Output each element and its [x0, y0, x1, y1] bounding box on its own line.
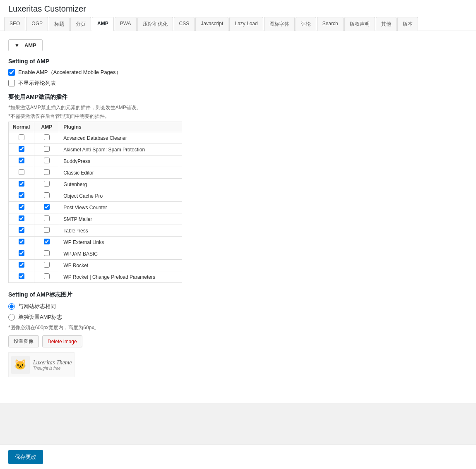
tab-ogp[interactable]: OGP [26, 17, 48, 31]
plugin-amp-checkbox[interactable] [44, 227, 50, 233]
plugin-amp-cell [34, 202, 59, 213]
tab-iconfont[interactable]: 图标字体 [264, 17, 295, 31]
plugins-title: 要使用AMP激活的插件 [8, 93, 468, 101]
tab-javascript[interactable]: Javascript [195, 17, 228, 31]
plugin-name-cell: SMTP Mailer [59, 213, 182, 225]
plugin-normal-checkbox[interactable] [19, 273, 24, 279]
plugin-normal-cell [9, 156, 34, 167]
tab-other[interactable]: 其他 [376, 17, 397, 31]
plugin-amp-cell [34, 156, 59, 167]
plugin-name-cell: Classic Editor [59, 167, 182, 179]
enable-amp-checkbox[interactable] [8, 69, 15, 76]
plugins-table: Normal AMP Plugins Advanced Database Cle… [8, 122, 182, 283]
plugin-normal-cell [9, 144, 34, 156]
section-header-box[interactable]: ▼ AMP [8, 39, 43, 51]
plugin-normal-checkbox[interactable] [19, 134, 24, 140]
plugin-normal-checkbox[interactable] [19, 181, 24, 187]
table-row: Classic Editor [9, 167, 182, 179]
plugin-normal-checkbox[interactable] [19, 215, 24, 221]
tab-amp[interactable]: AMP [92, 17, 114, 31]
plugin-normal-checkbox[interactable] [19, 192, 24, 198]
plugin-name-cell: TablePress [59, 225, 182, 237]
plugin-amp-checkbox[interactable] [44, 262, 50, 268]
col-header-amp: AMP [34, 122, 59, 132]
table-row: BuddyPress [9, 156, 182, 167]
logo-option2-label: 单独设置AMP标志 [18, 313, 62, 321]
plugin-amp-checkbox[interactable] [44, 134, 50, 140]
plugins-note1: *如果激活AMP禁止插入的元素的插件，则会发生AMP错误。 [8, 104, 468, 111]
plugin-normal-cell [9, 132, 34, 144]
plugin-amp-checkbox[interactable] [44, 169, 50, 175]
col-header-normal: Normal [9, 122, 34, 132]
plugin-amp-checkbox[interactable] [44, 158, 50, 163]
tab-compression[interactable]: 压缩和优化 [137, 17, 173, 31]
tab-copyright[interactable]: 版权声明 [344, 17, 375, 31]
logo-preview-inner: 🐱 Luxeritas Theme Thought is free [11, 356, 72, 374]
table-row: Gutenberg [9, 179, 182, 190]
plugin-amp-checkbox[interactable] [44, 250, 50, 256]
collapse-arrow: ▼ [14, 43, 19, 48]
plugin-normal-checkbox[interactable] [19, 262, 24, 268]
plugin-normal-cell [9, 237, 34, 248]
section-label: AMP [24, 42, 36, 48]
plugin-name-cell: Advanced Database Cleaner [59, 132, 182, 144]
plugin-amp-checkbox[interactable] [44, 146, 50, 152]
delete-image-button[interactable]: Delete image [42, 335, 82, 347]
tab-pwa[interactable]: PWA [115, 17, 137, 31]
plugin-name-cell: WP Rocket | Change Preload Parameters [59, 271, 182, 283]
plugin-normal-checkbox[interactable] [19, 158, 24, 163]
logo-text-block: Luxeritas Theme Thought is free [33, 359, 72, 371]
main-content: ▼ AMP Setting of AMP Enable AMP（Accelera… [0, 31, 476, 403]
plugin-amp-checkbox[interactable] [44, 204, 50, 210]
logo-section: Setting of AMP标志图片 与网站标志相同 单独设置AMP标志 *图像… [8, 291, 468, 377]
plugin-normal-checkbox[interactable] [19, 250, 24, 256]
tab-version[interactable]: 版本 [397, 17, 418, 31]
logo-option1-row: 与网站标志相同 [8, 303, 468, 310]
tab-search[interactable]: Search [317, 17, 344, 31]
table-row: WPJAM BASIC [9, 248, 182, 260]
plugin-amp-cell [34, 248, 59, 260]
table-row: Advanced Database Cleaner [9, 132, 182, 144]
hide-comments-checkbox[interactable] [8, 80, 15, 86]
tab-title[interactable]: 标题 [49, 17, 70, 31]
plugin-amp-checkbox[interactable] [44, 181, 50, 187]
tabs-bar: SEO OGP 标题 分页 AMP PWA 压缩和优化 CSS Javascri… [0, 17, 476, 31]
amp-settings-title: Setting of AMP [8, 58, 468, 65]
plugin-normal-checkbox[interactable] [19, 204, 24, 210]
tab-lazyload[interactable]: Lazy Load [229, 17, 263, 31]
plugin-name-cell: WP Rocket [59, 260, 182, 271]
plugin-amp-cell [34, 237, 59, 248]
plugin-amp-checkbox[interactable] [44, 273, 50, 279]
plugin-name-cell: Akismet Anti-Spam: Spam Protection [59, 144, 182, 156]
tab-comments[interactable]: 评论 [296, 17, 316, 31]
table-row: Post Views Counter [9, 202, 182, 213]
tab-seo[interactable]: SEO [4, 17, 25, 31]
tab-css[interactable]: CSS [174, 17, 195, 31]
plugin-normal-cell [9, 202, 34, 213]
plugin-amp-cell [34, 167, 59, 179]
logo-option2-radio[interactable] [8, 314, 15, 321]
set-image-button[interactable]: 设置图像 [8, 335, 39, 347]
plugin-name-cell: BuddyPress [59, 156, 182, 167]
plugin-amp-cell [34, 271, 59, 283]
plugin-amp-checkbox[interactable] [44, 215, 50, 221]
plugin-normal-checkbox[interactable] [19, 146, 24, 152]
plugin-amp-cell [34, 190, 59, 202]
plugin-normal-checkbox[interactable] [19, 227, 24, 233]
plugin-name-cell: WP External Links [59, 237, 182, 248]
plugin-normal-checkbox[interactable] [19, 169, 24, 175]
plugin-amp-checkbox[interactable] [44, 192, 50, 198]
logo-text-main: Luxeritas Theme [33, 359, 72, 366]
plugin-normal-checkbox[interactable] [19, 239, 24, 244]
logo-option1-radio[interactable] [8, 303, 15, 310]
cat-emoji: 🐱 [14, 359, 26, 371]
table-row: WP External Links [9, 237, 182, 248]
logo-section-title: Setting of AMP标志图片 [8, 291, 468, 299]
plugin-normal-cell [9, 225, 34, 237]
plugin-name-cell: Gutenberg [59, 179, 182, 190]
table-row: WP Rocket | Change Preload Parameters [9, 271, 182, 283]
plugin-normal-cell [9, 271, 34, 283]
plugin-amp-checkbox[interactable] [44, 239, 50, 244]
tab-pagination[interactable]: 分页 [70, 17, 91, 31]
logo-option1-label: 与网站标志相同 [18, 303, 56, 310]
